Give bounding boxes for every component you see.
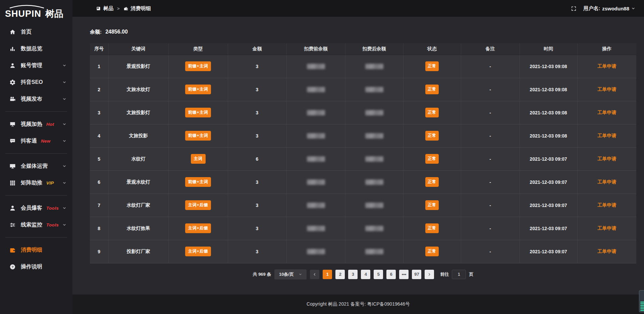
sidebar-item-account-management[interactable]: 账号管理 xyxy=(0,57,72,74)
breadcrumb-item-current[interactable]: 消费明细 xyxy=(123,5,151,12)
logo-text-en: SHUPIN xyxy=(5,9,41,19)
column-header-action: 操作 xyxy=(577,43,636,55)
sidebar-item-badge: Hot xyxy=(46,122,54,127)
page-ellipsis-button[interactable]: ••• xyxy=(399,270,409,279)
work-order-link[interactable]: 工单申请 xyxy=(597,179,616,185)
sidebar-item-consumption-detail[interactable]: 消费明细 xyxy=(0,242,72,258)
work-order-link[interactable]: 工单申请 xyxy=(597,156,616,161)
masked-balance-after xyxy=(365,87,383,92)
column-header-keyword: 关键词 xyxy=(108,43,168,55)
cell-type: 前缀+主词 xyxy=(168,55,228,78)
cell-status: 正常 xyxy=(403,240,461,263)
work-order-link[interactable]: 工单申请 xyxy=(597,202,616,208)
cell-remark: - xyxy=(461,124,520,147)
masked-balance-after xyxy=(365,64,383,69)
cell-time: 2021-12-03 09:07 xyxy=(520,170,577,194)
sidebar-item-matrix-boost[interactable]: 矩阵助推VIP xyxy=(0,174,72,191)
work-order-link[interactable]: 工单申请 xyxy=(597,110,616,115)
work-order-link[interactable]: 工单申请 xyxy=(597,225,616,231)
sidebar-item-video-heat[interactable]: 视频加热Hot xyxy=(0,116,72,133)
chevron-down-icon xyxy=(631,6,635,10)
cell-remark: - xyxy=(461,240,520,263)
cell-time: 2021-12-03 09:08 xyxy=(520,55,577,78)
cell-keyword: 水纹灯效果 xyxy=(108,217,168,240)
masked-balance-after xyxy=(365,156,383,162)
cell-status: 正常 xyxy=(403,55,461,78)
fullscreen-icon[interactable] xyxy=(571,6,577,11)
type-badge: 前缀+主词 xyxy=(185,61,211,71)
cell-balance-after xyxy=(345,78,403,101)
status-badge: 正常 xyxy=(425,247,439,256)
cell-keyword: 文旅投影灯 xyxy=(108,101,168,124)
app-logo[interactable]: SHUPIN 树品 xyxy=(0,0,72,19)
chevron-down-icon xyxy=(62,80,66,84)
cell-type: 前缀+主词 xyxy=(168,78,228,101)
work-order-link[interactable]: 工单申请 xyxy=(597,63,616,69)
balance-value: 24856.00 xyxy=(105,29,128,35)
cell-status: 正常 xyxy=(403,194,461,217)
footer: Copyright 树品 2021 备案号: 粤ICP备09019646号 xyxy=(72,295,644,314)
sidebar-item-instructions[interactable]: ?操作说明 xyxy=(0,258,72,275)
table-header-row: 序号关键词类型金额扣费前余额扣费后余额状态备注时间操作 xyxy=(90,43,636,55)
cell-amount: 3 xyxy=(228,217,286,240)
page-button-2[interactable]: 2 xyxy=(335,270,345,279)
type-badge: 前缀+主词 xyxy=(185,85,211,94)
sliders-icon xyxy=(9,222,16,228)
sidebar-item-data-overview[interactable]: 数据总览 xyxy=(0,40,72,57)
cell-action: 工单申请 xyxy=(577,101,636,124)
cell-time: 2021-12-03 09:08 xyxy=(520,101,577,124)
table-row: 6景观水纹灯前缀+主词3正常-2021-12-03 09:07工单申请 xyxy=(90,170,636,194)
page-button-6[interactable]: 6 xyxy=(386,270,396,279)
work-order-link[interactable]: 工单申请 xyxy=(597,133,616,138)
sidebar-item-label: 抖客通 xyxy=(21,138,37,145)
sidebar-item-douyin-seo[interactable]: 抖音SEO xyxy=(0,74,72,91)
sidebar-item-label: 操作说明 xyxy=(21,263,42,270)
page-button-4[interactable]: 4 xyxy=(361,270,370,279)
page-button-3[interactable]: 3 xyxy=(348,270,358,279)
sidebar-item-member-baoke[interactable]: 会员爆客Tools xyxy=(0,200,72,216)
cell-amount: 3 xyxy=(228,170,286,194)
floating-tool-widget[interactable] xyxy=(639,290,644,312)
user-menu[interactable]: 用户名: zswodun88 xyxy=(583,5,635,12)
sidebar-item-label: 首页 xyxy=(21,29,32,36)
cell-action: 工单申请 xyxy=(577,240,636,263)
cell-keyword: 文旅投影 xyxy=(108,124,168,147)
chevron-down-icon xyxy=(62,206,66,210)
chevron-down-icon xyxy=(62,139,66,143)
cell-time: 2021-12-03 09:08 xyxy=(520,124,577,147)
table-row: 1景观投影灯前缀+主词3正常-2021-12-03 09:08工单申请 xyxy=(90,55,636,78)
type-badge: 前缀+主词 xyxy=(185,131,211,141)
work-order-link[interactable]: 工单申请 xyxy=(597,249,616,254)
sidebar-item-label: 会员爆客 xyxy=(21,205,42,212)
page-button-1[interactable]: 1 xyxy=(323,270,332,279)
sidebar-item-douketong[interactable]: 抖客通New xyxy=(0,133,72,149)
sidebar-item-home[interactable]: 首页 xyxy=(0,23,72,40)
status-badge: 正常 xyxy=(425,223,439,233)
next-page-button[interactable] xyxy=(425,270,434,279)
page-size-select[interactable]: 10条/页 xyxy=(274,269,307,279)
sidebar-divider xyxy=(5,111,67,112)
sidebar-item-video-publish[interactable]: 视频发布 xyxy=(0,91,72,107)
goto-unit-label: 页 xyxy=(469,271,473,277)
cell-balance-after xyxy=(345,240,403,263)
status-badge: 正常 xyxy=(425,200,439,210)
cell-type: 主词+后缀 xyxy=(168,217,228,240)
cell-keyword: 景观水纹灯 xyxy=(108,170,168,194)
breadcrumb-item-home[interactable]: 树品 xyxy=(96,5,113,12)
status-badge: 正常 xyxy=(425,108,439,117)
sidebar-menu: 首页数据总览账号管理抖音SEO视频发布视频加热Hot抖客通New全媒体运营矩阵助… xyxy=(0,23,72,275)
cell-balance-before xyxy=(286,55,345,78)
sidebar-item-media-operation[interactable]: 全媒体运营 xyxy=(0,158,72,174)
table-row: 7水纹灯厂家主词+后缀3正常-2021-12-03 09:07工单申请 xyxy=(90,194,636,217)
work-order-link[interactable]: 工单申请 xyxy=(597,87,616,92)
prev-page-button[interactable] xyxy=(310,270,319,279)
copyright-text: Copyright 树品 2021 备案号: 粤ICP备09019646号 xyxy=(307,301,410,307)
table-row: 8水纹灯效果主词+后缀3正常-2021-12-03 09:07工单申请 xyxy=(90,217,636,240)
goto-page-input[interactable] xyxy=(452,270,466,279)
page-button-5[interactable]: 5 xyxy=(374,270,383,279)
cell-keyword: 投影灯厂家 xyxy=(108,240,168,263)
cell-status: 正常 xyxy=(403,101,461,124)
board-icon xyxy=(9,121,16,127)
sidebar-item-lead-monitor[interactable]: 线索监控Tools xyxy=(0,216,72,233)
page-button-97[interactable]: 97 xyxy=(412,270,421,279)
